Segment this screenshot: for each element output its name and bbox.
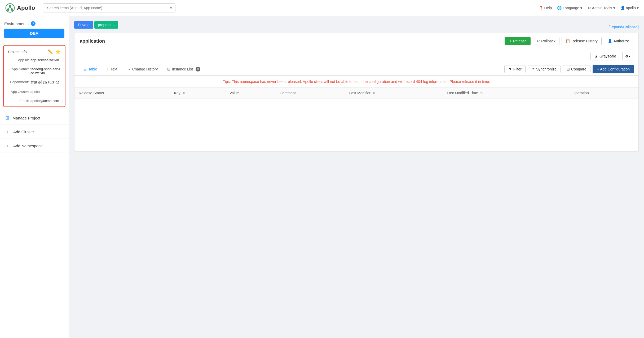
admin-tools-label: Admin Tools (592, 6, 612, 10)
namespace-tabs: Private properties (74, 21, 118, 29)
col-comment: Comment (275, 88, 345, 99)
manage-project-label: Manage Project (12, 116, 40, 120)
svg-point-1 (9, 5, 11, 7)
department-value: 样例部门1(TEST1) (30, 80, 59, 85)
search-dropdown-arrow[interactable]: ▼ (169, 6, 173, 10)
app-id-value: app-service-weixin (30, 58, 59, 62)
user-nav-item[interactable]: 👤 apollo ▾ (620, 6, 639, 10)
email-label: Email: (8, 99, 30, 103)
logo-icon (5, 3, 15, 13)
tab-change-history[interactable]: ↔ Change History (122, 64, 163, 75)
email-row: Email: apollo@acme.com (8, 99, 61, 103)
help-nav-item[interactable]: ❓ Help (539, 6, 552, 10)
expand-collapse-button[interactable]: [Expand/Collapse] (608, 25, 639, 29)
instance-list-badge: 0 (196, 67, 200, 72)
filter-label: Filter (513, 67, 522, 71)
authorize-label: Authorize (614, 39, 629, 43)
tab-text-label: Text (111, 67, 117, 71)
tab-private[interactable]: Private (74, 21, 93, 29)
col-last-modified-time-label: Last Modified Time (447, 91, 478, 95)
app-id-label: App Id: (8, 58, 30, 62)
grayscale-button[interactable]: ▲ Grayscale (590, 52, 620, 60)
logo[interactable]: Apollo (5, 3, 35, 13)
col-key[interactable]: Key ⇅ (170, 88, 226, 99)
col-operation-label: Operation (572, 91, 589, 95)
settings-gear-icon: ⚙▾ (625, 54, 630, 58)
rollback-button[interactable]: ↩ Rollback (533, 37, 559, 45)
col-comment-label: Comment (280, 91, 296, 95)
filter-icon: ▼ (508, 67, 512, 71)
filter-button[interactable]: ▼ Filter (504, 65, 526, 73)
col-last-modified-time[interactable]: Last Modified Time ⇅ (443, 88, 568, 99)
project-info-section: Project Info ✏️ ⭐ App Id: app-service-we… (3, 45, 65, 107)
rollback-label: Rollback (541, 39, 555, 43)
inner-tabs-row: ⊞ Table T Text ↔ Change History ⊡ Instan… (74, 63, 638, 75)
alert-text: Tips: This namespace has never been rele… (223, 79, 490, 84)
add-configuration-button[interactable]: + Add Configuration (593, 65, 634, 73)
app-owner-label: App Owner: (8, 90, 30, 94)
add-cluster-label: Add Cluster (13, 130, 34, 134)
compare-button[interactable]: ⊡ Compare (563, 65, 590, 73)
grayscale-icon: ▲ (594, 54, 598, 58)
star-icon[interactable]: ⭐ (55, 49, 61, 54)
sidebar-item-manage-project[interactable]: ⊞ Manage Project (0, 111, 69, 125)
edit-icon[interactable]: ✏️ (48, 49, 53, 54)
user-label: apollo (626, 6, 636, 10)
tab-instance-list[interactable]: ⊡ Instance List 0 (162, 64, 205, 75)
app-name-row: App Name: taodong-shop-service-weixin (8, 67, 61, 77)
last-modified-time-sort-icon[interactable]: ⇅ (480, 91, 483, 95)
config-actions: ✈ Release ↩ Rollback 📋 Release History 👤… (505, 37, 633, 45)
rollback-icon: ↩ (537, 39, 540, 43)
release-button[interactable]: ✈ Release (505, 37, 531, 45)
app-name-value: taodong-shop-service-weixin (30, 67, 61, 75)
dev-env-button[interactable]: DEV (4, 29, 64, 38)
language-dropdown-icon: ▾ (580, 6, 582, 10)
release-plane-icon: ✈ (509, 39, 512, 43)
key-sort-icon[interactable]: ⇅ (183, 91, 185, 95)
release-history-button[interactable]: 📋 Release History (562, 37, 602, 45)
tab-properties[interactable]: properties (94, 21, 118, 29)
inner-tabs: ⊞ Table T Text ↔ Change History ⊡ Instan… (74, 64, 504, 75)
col-key-label: Key (174, 91, 180, 95)
table-header-row: Release Status Key ⇅ Value Comment (74, 88, 638, 99)
language-icon: 🌐 (557, 6, 562, 10)
tab-table[interactable]: ⊞ Table (79, 64, 102, 75)
synchronize-button[interactable]: ⟳ Synchronize (528, 65, 561, 73)
col-last-modifier-label: Last Modifier (349, 91, 370, 95)
project-info-title: Project Info (8, 50, 48, 54)
environments-label: Environments (4, 21, 29, 26)
tab-text[interactable]: T Text (102, 64, 122, 75)
change-history-icon: ↔ (127, 67, 131, 71)
svg-line-4 (8, 7, 10, 9)
help-label: Help (544, 6, 552, 10)
department-label: Department: (8, 80, 30, 84)
admin-tools-nav-item[interactable]: ⚙ Admin Tools ▾ (588, 6, 615, 10)
sidebar-item-add-cluster[interactable]: ＋ Add Cluster (0, 125, 69, 139)
question-circle-icon: ❓ (539, 6, 543, 10)
tab-change-history-label: Change History (132, 67, 158, 71)
compare-icon: ⊡ (567, 67, 570, 71)
user-dropdown-icon: ▾ (637, 6, 639, 10)
env-help-icon[interactable]: ? (31, 21, 36, 26)
config-card-title: application (80, 38, 105, 44)
config-card: application ✈ Release ↩ Rollback 📋 Relea… (74, 33, 639, 152)
col-release-status: Release Status (74, 88, 170, 99)
settings-button[interactable]: ⚙▾ (622, 52, 633, 60)
user-icon: 👤 (620, 6, 625, 10)
authorize-button[interactable]: 👤 Authorize (604, 37, 633, 45)
last-modifier-sort-icon[interactable]: ⇅ (373, 91, 375, 95)
env-label: Environments ? (4, 21, 64, 26)
col-release-status-label: Release Status (79, 91, 104, 95)
search-input[interactable] (43, 3, 175, 12)
history-icon: 📋 (566, 39, 570, 43)
sidebar-item-add-namespace[interactable]: ＋ Add Namespace (0, 139, 69, 153)
col-last-modifier[interactable]: Last Modifier ⇅ (345, 88, 443, 99)
language-nav-item[interactable]: 🌐 Language ▾ (557, 6, 582, 10)
app-owner-value: apollo (30, 90, 40, 94)
gear-icon: ⚙ (588, 6, 591, 10)
col-value-label: Value (230, 91, 239, 95)
text-icon: T (107, 67, 109, 71)
instance-icon: ⊡ (167, 67, 170, 71)
sidebar-menu: ⊞ Manage Project ＋ Add Cluster ＋ Add Nam… (0, 111, 69, 153)
app-id-row: App Id: app-service-weixin (8, 58, 61, 64)
